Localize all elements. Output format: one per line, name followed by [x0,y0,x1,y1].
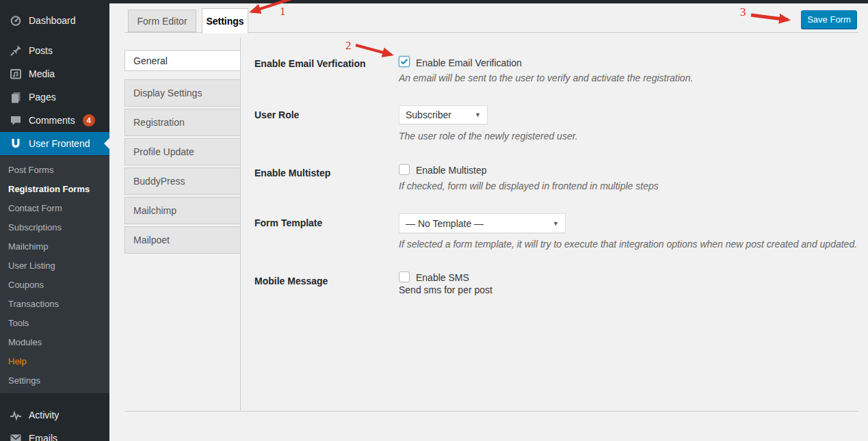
field-label-user-role: User Role [254,109,299,120]
multistep-checkbox-label[interactable]: Enable Multistep [416,165,487,176]
sidebar-item-label: Activity [29,410,59,420]
sidebar-item-activity[interactable]: Activity [0,403,109,427]
submenu-item-user-listing[interactable]: User Listing [0,256,109,276]
sidebar-item-comments[interactable]: Comments 4 [0,109,109,132]
user-role-value: Subscriber [406,109,451,120]
save-form-button[interactable]: Save Form [801,10,857,29]
enable-sms-checkbox[interactable] [399,271,410,282]
email-verification-checkbox-label[interactable]: Enable Email Verification [416,57,522,68]
sidebar-item-pages[interactable]: Pages [0,85,109,109]
settings-nav-general[interactable]: General [124,50,241,71]
chevron-down-icon: ▼ [553,220,559,227]
sidebar-item-label: User Frontend [29,138,90,149]
sidebar-item-label: Media [29,68,55,79]
sidebar-item-label: Dashboard [29,15,76,26]
settings-nav-mailpoet[interactable]: Mailpoet [124,226,241,254]
field-label-form-template: Form Template [254,217,322,228]
submenu-item-transactions[interactable]: Transactions [0,295,109,314]
sidebar-item-emails[interactable]: Emails [0,427,109,441]
form-template-help: If selected a form template, it will try… [399,239,857,250]
form-template-select[interactable]: — No Template — ▼ [399,213,566,233]
submenu-item-mailchimp[interactable]: Mailchimp [0,237,109,256]
check-icon [399,57,409,66]
sidebar-item-user-frontend[interactable]: User Frontend [0,132,109,155]
enable-sms-checkbox-label[interactable]: Enable SMS [416,272,469,283]
comments-count-badge: 4 [83,114,95,126]
user-frontend-submenu: Post Forms Registration Forms Contact Fo… [0,156,109,393]
tab-settings[interactable]: Settings [202,8,248,34]
pages-icon [9,90,23,104]
email-verification-checkbox[interactable] [399,56,410,67]
annotation-arrow-3 [751,15,788,20]
annotation-arrow-2 [356,45,391,55]
pin-icon [9,44,23,57]
comment-icon [9,113,23,127]
enable-sms-help: Send sms for per post [399,284,492,295]
email-verification-help: An email will be sent to the user to ver… [399,72,693,83]
envelope-icon [9,431,23,441]
annotation-number-1: 1 [280,5,286,18]
settings-nav-display-settings[interactable]: Display Settings [124,79,241,107]
sidebar-item-media[interactable]: Media [0,62,109,85]
annotation-number-2: 2 [345,39,352,52]
dashboard-icon [9,14,23,27]
wpuf-icon [9,137,23,150]
submenu-item-help[interactable]: Help [0,352,109,371]
settings-nav-registration[interactable]: Registration [124,109,241,136]
settings-nav-mailchimp[interactable]: Mailchimp [124,197,241,224]
field-label-mobile-message: Mobile Message [254,276,328,286]
media-icon [9,67,23,81]
wpuf-settings-screen: Dashboard Posts Media Pages Comments [0,0,868,441]
form-template-value: — No Template — [406,218,484,229]
tab-form-editor[interactable]: Form Editor [128,10,196,32]
user-role-select[interactable]: Subscriber ▼ [399,105,488,124]
submenu-item-settings[interactable]: Settings [0,371,109,390]
settings-nav-buddypress[interactable]: BuddyPress [124,168,241,195]
save-form-label: Save Form [807,14,851,25]
content-bottom-border [124,411,858,412]
chevron-down-icon: ▼ [475,111,481,118]
submenu-item-tools[interactable]: Tools [0,314,109,333]
multistep-help: If checked, form will be displayed in fr… [399,181,659,191]
field-label-email-verification: Enable Email Verfication [254,58,366,69]
tab-label: Form Editor [137,16,187,27]
sidebar-item-label: Comments [29,115,75,126]
admin-topbar-edge [0,0,868,3]
annotation-number-3: 3 [740,5,746,18]
activity-icon [9,408,23,422]
multistep-checkbox[interactable] [399,164,410,175]
submenu-item-modules[interactable]: Modules [0,333,109,352]
user-role-help: The user role of the newly registered us… [399,131,578,142]
submenu-item-registration-forms[interactable]: Registration Forms [0,180,109,199]
sidebar-item-label: Pages [29,92,56,103]
field-label-multistep: Enable Multistep [254,168,330,178]
tab-label: Settings [206,16,244,27]
sidebar-item-label: Posts [29,45,53,56]
sidebar-item-posts[interactable]: Posts [0,39,109,62]
submenu-item-contact-form[interactable]: Contact Form [0,199,109,218]
submenu-item-coupons[interactable]: Coupons [0,276,109,295]
submenu-item-post-forms[interactable]: Post Forms [0,161,109,180]
sidebar-item-label: Emails [29,433,57,441]
submenu-item-subscriptions[interactable]: Subscriptions [0,218,109,237]
sidebar-item-dashboard[interactable]: Dashboard [0,9,109,32]
settings-nav-profile-update[interactable]: Profile Update [124,138,241,165]
admin-sidebar: Dashboard Posts Media Pages Comments [0,0,109,441]
